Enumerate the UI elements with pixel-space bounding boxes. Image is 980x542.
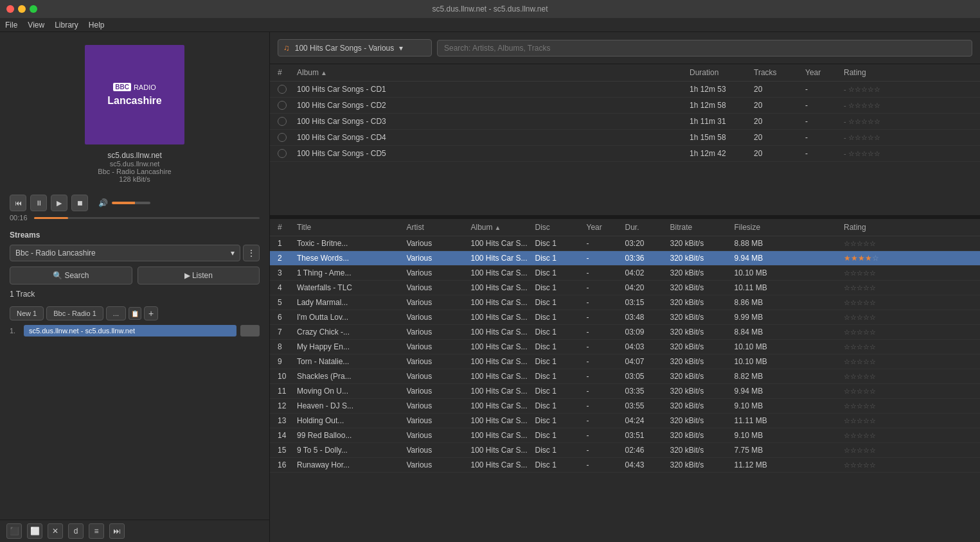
track-year: - xyxy=(587,313,625,322)
table-row[interactable]: 100 Hits Car Songs - CD1 1h 12m 53 20 - … xyxy=(270,82,980,98)
menu-view[interactable]: View xyxy=(28,21,44,30)
next-button[interactable]: ⏭ xyxy=(109,523,125,539)
prev-button[interactable]: ⏮ xyxy=(10,195,26,211)
table-row[interactable]: 9 Torn - Natalie... Various 100 Hits Car… xyxy=(270,354,980,369)
table-row[interactable]: 10 Shackles (Pra... Various 100 Hits Car… xyxy=(270,369,980,384)
track-col-filesize[interactable]: Filesize xyxy=(735,223,844,232)
playlist-item-end xyxy=(240,325,260,337)
menu-library[interactable]: Library xyxy=(55,21,78,30)
table-row[interactable]: 12 Heaven - DJ S... Various 100 Hits Car… xyxy=(270,399,980,414)
album-search-input[interactable] xyxy=(437,40,972,57)
table-row[interactable]: 5 Lady Marmal... Various 100 Hits Car S.… xyxy=(270,295,980,310)
playlist-add-button[interactable]: + xyxy=(144,306,158,320)
close-button[interactable] xyxy=(6,5,14,13)
table-row[interactable]: 1 Toxic - Britne... Various 100 Hits Car… xyxy=(270,236,980,251)
maximize-button[interactable] xyxy=(30,5,37,13)
track-col-artist[interactable]: Artist xyxy=(407,223,471,232)
menu-file[interactable]: File xyxy=(5,21,17,30)
streams-section: Streams Bbc - Radio Lancashire ▾ ⋮ 🔍 Sea… xyxy=(0,227,269,306)
track-filesize: 8.88 MB xyxy=(735,239,844,248)
play-circle[interactable] xyxy=(278,101,297,110)
table-row[interactable]: 4 Waterfalls - TLC Various 100 Hits Car … xyxy=(270,281,980,295)
progress-bar[interactable] xyxy=(34,217,260,219)
crossfade-button[interactable]: d xyxy=(68,523,84,539)
table-row[interactable]: 11 Moving On U... Various 100 Hits Car S… xyxy=(270,384,980,399)
track-year: - xyxy=(587,431,625,440)
toolbar-btn-2[interactable]: ⬜ xyxy=(27,523,42,539)
table-row[interactable]: 7 Crazy Chick -... Various 100 Hits Car … xyxy=(270,325,980,340)
pause-button[interactable]: ⏸ xyxy=(30,195,47,211)
table-row[interactable]: 15 9 To 5 - Dolly... Various 100 Hits Ca… xyxy=(270,443,980,458)
table-row[interactable]: 13 Holding Out... Various 100 Hits Car S… xyxy=(270,414,980,428)
minimize-button[interactable] xyxy=(18,5,26,13)
track-rating: ☆☆☆☆☆ xyxy=(844,343,972,351)
track-col-bitrate[interactable]: Bitrate xyxy=(670,223,735,232)
track-col-dur[interactable]: Dur. xyxy=(625,223,670,232)
track-col-rating[interactable]: Rating xyxy=(844,223,972,232)
toolbar-btn-1[interactable]: ⬛ xyxy=(6,523,22,539)
track-disc: Disc 1 xyxy=(535,298,587,307)
playlist-item-label[interactable]: sc5.dus.llnw.net - sc5.dus.llnw.net xyxy=(24,325,236,337)
col-header-album[interactable]: Album ▲ xyxy=(297,68,690,77)
track-col-num[interactable]: # xyxy=(278,223,297,232)
table-row[interactable]: 16 Runaway Hor... Various 100 Hits Car S… xyxy=(270,458,980,473)
play-circle[interactable] xyxy=(278,133,297,142)
stop-button[interactable]: ⏹ xyxy=(71,195,88,211)
stream-dropdown[interactable]: Bbc - Radio Lancashire ▾ xyxy=(10,245,240,261)
station-desc: Bbc - Radio Lancashire xyxy=(98,168,171,175)
track-title: I'm Outta Lov... xyxy=(297,313,407,322)
table-row[interactable]: 100 Hits Car Songs - CD5 1h 12m 42 20 - … xyxy=(270,146,980,162)
search-button[interactable]: 🔍 Search xyxy=(10,267,132,284)
track-filesize: 9.94 MB xyxy=(735,387,844,396)
track-num: 13 xyxy=(278,416,297,425)
track-year: - xyxy=(587,328,625,337)
col-header-duration[interactable]: Duration xyxy=(690,68,754,77)
playlist-tab-dots[interactable]: ... xyxy=(106,306,126,320)
col-header-year[interactable]: Year xyxy=(805,68,844,77)
table-row[interactable]: 2 These Words... Various 100 Hits Car S.… xyxy=(270,251,980,266)
table-row[interactable]: 14 99 Red Balloo... Various 100 Hits Car… xyxy=(270,428,980,443)
shuffle-button[interactable]: ✕ xyxy=(48,523,63,539)
track-title: My Happy En... xyxy=(297,342,407,351)
col-header-rating[interactable]: Rating xyxy=(844,68,972,77)
table-row[interactable]: 3 1 Thing - Ame... Various 100 Hits Car … xyxy=(270,266,980,281)
table-row[interactable]: 100 Hits Car Songs - CD2 1h 12m 58 20 - … xyxy=(270,98,980,114)
table-row[interactable]: 8 My Happy En... Various 100 Hits Car S.… xyxy=(270,340,980,354)
menu-help[interactable]: Help xyxy=(89,21,105,30)
play-circle[interactable] xyxy=(278,85,297,94)
col-header-tracks[interactable]: Tracks xyxy=(754,68,805,77)
track-bitrate: 320 kBit/s xyxy=(670,387,735,396)
track-album: 100 Hits Car S... xyxy=(471,268,535,277)
volume-area: 🔊 xyxy=(98,198,150,207)
track-rating: ☆☆☆☆☆ xyxy=(844,446,972,455)
table-row[interactable]: 100 Hits Car Songs - CD3 1h 11m 31 20 - … xyxy=(270,114,980,130)
track-title: 1 Thing - Ame... xyxy=(297,268,407,277)
playlist-tab-bbc1[interactable]: Bbc - Radio 1 xyxy=(46,306,103,320)
queue-button[interactable]: ≡ xyxy=(89,523,104,539)
play-circle[interactable] xyxy=(278,149,297,158)
track-dur: 03:36 xyxy=(625,254,670,263)
table-row[interactable]: 6 I'm Outta Lov... Various 100 Hits Car … xyxy=(270,310,980,325)
playlist-tab-new1[interactable]: New 1 xyxy=(10,306,44,320)
track-artist: Various xyxy=(407,357,471,366)
col-header-num[interactable]: # xyxy=(278,68,297,77)
volume-slider[interactable] xyxy=(112,202,150,204)
window-controls[interactable] xyxy=(6,5,37,13)
track-col-title[interactable]: Title xyxy=(297,223,407,232)
play-circle[interactable] xyxy=(278,117,297,126)
table-row[interactable]: 100 Hits Car Songs - CD4 1h 15m 58 20 - … xyxy=(270,130,980,146)
bbc-logo: BBC RADIO xyxy=(113,83,156,91)
stream-menu-button[interactable]: ⋮ xyxy=(243,245,260,261)
play-button[interactable]: ▶ xyxy=(51,195,67,211)
track-rating: ☆☆☆☆☆ xyxy=(844,402,972,410)
track-filesize: 9.94 MB xyxy=(735,254,844,263)
station-name: sc5.dus.llnw.net xyxy=(98,151,171,160)
track-album: 100 Hits Car S... xyxy=(471,446,535,455)
track-num: 14 xyxy=(278,431,297,440)
listen-button[interactable]: ▶ Listen xyxy=(138,267,260,284)
track-col-disc[interactable]: Disc xyxy=(535,223,587,232)
track-col-year[interactable]: Year xyxy=(587,223,625,232)
track-col-album[interactable]: Album ▲ xyxy=(471,223,535,232)
album-dropdown[interactable]: ♫ 100 Hits Car Songs - Various ▾ xyxy=(278,39,432,57)
track-bitrate: 320 kBit/s xyxy=(670,431,735,440)
